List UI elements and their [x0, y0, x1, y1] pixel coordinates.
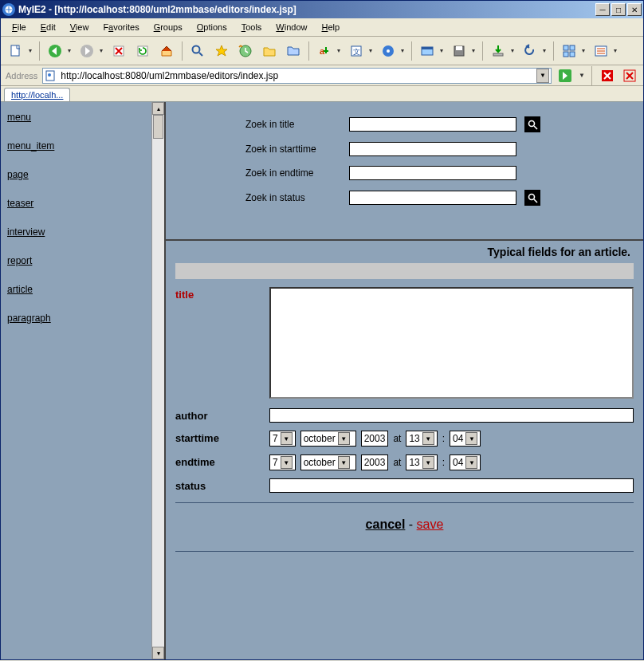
sidebar-item-menu[interactable]: menu — [7, 112, 158, 123]
menu-help[interactable]: Help — [315, 20, 346, 34]
menubar: File Edit View Favorites Groups Options … — [1, 18, 643, 37]
autofill-button[interactable]: a — [314, 41, 343, 61]
form-actions: cancel - save — [175, 513, 634, 541]
divider-2 — [175, 551, 634, 552]
search-starttime-input[interactable] — [349, 142, 516, 156]
download-button[interactable] — [488, 41, 516, 61]
back-button[interactable] — [45, 41, 73, 61]
search-endtime-input[interactable] — [349, 166, 516, 180]
new-page-button[interactable] — [6, 41, 34, 61]
search-button[interactable] — [187, 41, 208, 61]
svg-point-28 — [528, 120, 534, 126]
tile-button[interactable] — [559, 41, 587, 61]
search-pane: Zoek in title Zoek in starttime Zoek in … — [166, 102, 643, 239]
start-year-select[interactable]: 2003 — [361, 431, 389, 447]
address-text: http://localhost:8080/uml2mmbase/editors… — [61, 70, 533, 81]
tabstrip: http://localh... — [1, 86, 643, 102]
minimize-button[interactable]: ─ — [595, 3, 610, 16]
sidebar-item-interview[interactable]: interview — [7, 226, 158, 238]
address-dropdown[interactable]: ▼ — [536, 69, 549, 83]
translate-button[interactable]: 文 — [346, 41, 375, 61]
titlebar: MyIE2 - [http://localhost:8080/uml2mmbas… — [1, 1, 643, 18]
form-band — [175, 263, 634, 279]
undo-button[interactable] — [520, 41, 548, 61]
svg-rect-17 — [493, 53, 503, 56]
at-label: at — [393, 433, 401, 444]
search-status-button[interactable] — [524, 190, 540, 206]
scroll-down-button[interactable]: ▾ — [152, 647, 164, 659]
sidebar-item-menu-item[interactable]: menu_item — [7, 140, 158, 151]
end-min-select[interactable]: 04▼ — [450, 454, 481, 470]
toolbar: a 文 — [1, 37, 643, 65]
close-button[interactable]: ✕ — [627, 3, 642, 16]
stop-button[interactable] — [108, 41, 129, 61]
endtime-label: endtime — [175, 454, 263, 468]
search-title-button[interactable] — [524, 116, 540, 132]
sidebar-scrollbar[interactable]: ▴ ▾ — [151, 102, 164, 659]
sidebar-item-paragraph[interactable]: paragraph — [7, 313, 158, 324]
folders-button[interactable] — [259, 41, 280, 61]
colon1: : — [442, 433, 445, 444]
menu-window[interactable]: Window — [269, 20, 313, 34]
forward-button[interactable] — [77, 41, 105, 61]
messages-button[interactable] — [283, 41, 304, 61]
browser-tab[interactable]: http://localh... — [4, 88, 70, 101]
history-button[interactable] — [235, 41, 256, 61]
options-button[interactable] — [591, 41, 619, 61]
menu-tools[interactable]: Tools — [235, 20, 269, 34]
scroll-thumb[interactable] — [153, 115, 163, 139]
svg-point-6 — [193, 45, 200, 53]
svg-text:文: 文 — [353, 48, 360, 56]
refresh-button[interactable] — [132, 41, 153, 61]
menu-edit[interactable]: Edit — [34, 20, 62, 34]
page-icon — [45, 69, 57, 82]
scroll-up-button[interactable]: ▴ — [152, 102, 164, 115]
save-group-button[interactable] — [449, 41, 477, 61]
window-title: MyIE2 - [http://localhost:8080/uml2mmbas… — [18, 4, 296, 15]
start-day-select[interactable]: 7▼ — [269, 431, 296, 447]
media-button[interactable] — [378, 41, 406, 61]
cancel-link[interactable]: cancel — [366, 517, 406, 531]
address-input[interactable]: http://localhost:8080/uml2mmbase/editors… — [42, 68, 552, 84]
fullscreen-button[interactable] — [417, 41, 446, 61]
action-sep: - — [405, 517, 416, 531]
start-month-select[interactable]: october▼ — [300, 431, 356, 447]
search-title-label: Zoek in title — [245, 119, 341, 130]
start-hour-select[interactable]: 13▼ — [406, 431, 437, 447]
end-month-select[interactable]: october▼ — [300, 454, 356, 470]
home-button[interactable] — [156, 41, 177, 61]
save-link[interactable]: save — [417, 517, 444, 531]
menu-groups[interactable]: Groups — [147, 20, 189, 34]
end-year-select[interactable]: 2003 — [361, 454, 389, 470]
menu-options[interactable]: Options — [190, 20, 234, 34]
title-textarea[interactable] — [269, 287, 634, 399]
sidebar: menu menu_item page teaser interview rep… — [1, 102, 164, 659]
sidebar-item-report[interactable]: report — [7, 255, 158, 266]
menu-favorites[interactable]: Favorites — [96, 20, 145, 34]
end-hour-select[interactable]: 13▼ — [406, 454, 437, 470]
chevron-down-icon[interactable]: ▼ — [579, 72, 585, 79]
end-day-select[interactable]: 7▼ — [269, 454, 296, 470]
menu-file[interactable]: File — [6, 20, 33, 34]
go-button[interactable] — [556, 68, 574, 84]
start-min-select[interactable]: 04▼ — [450, 431, 481, 447]
favorites-button[interactable] — [211, 41, 232, 61]
svg-rect-20 — [564, 52, 568, 57]
block-popup-button[interactable] — [599, 68, 616, 84]
title-label: title — [175, 287, 263, 301]
search-status-input[interactable] — [349, 191, 516, 205]
sidebar-item-article[interactable]: article — [7, 284, 158, 295]
colon2: : — [442, 457, 445, 468]
menu-view[interactable]: View — [64, 20, 96, 34]
sidebar-item-teaser[interactable]: teaser — [7, 198, 158, 209]
status-input[interactable] — [269, 478, 634, 493]
svg-rect-21 — [570, 52, 575, 57]
search-title-input[interactable] — [349, 117, 516, 132]
sidebar-item-page[interactable]: page — [7, 169, 158, 180]
block-content-button[interactable] — [621, 68, 638, 84]
svg-rect-18 — [564, 45, 568, 50]
maximize-button[interactable]: □ — [611, 3, 626, 16]
svg-point-24 — [48, 73, 51, 77]
author-input[interactable] — [269, 408, 634, 423]
status-label: status — [175, 478, 263, 492]
